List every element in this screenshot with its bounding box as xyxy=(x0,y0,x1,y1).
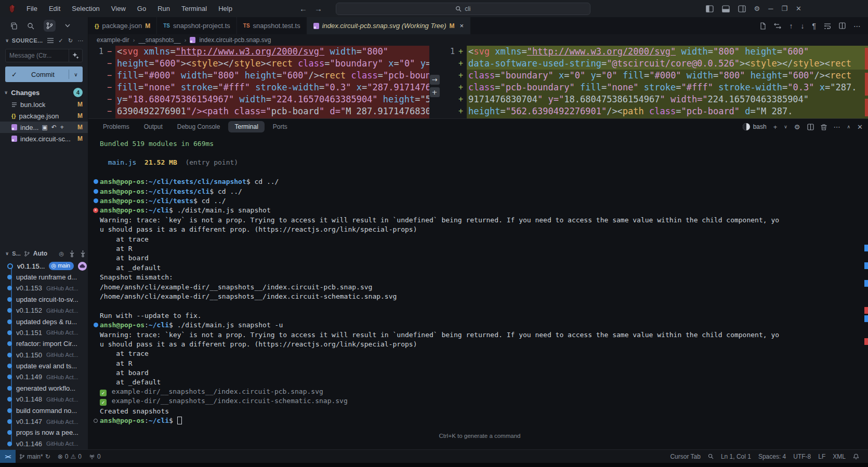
tab-index.circuit-pcb.snap.svg[interactable]: index.circuit-pcb.snap.svg (Working Tree… xyxy=(307,17,471,34)
scm-graph-header[interactable]: ∨ S... Auto ◎ xyxy=(0,247,88,260)
commit-button[interactable]: ✓ Commit ∨ xyxy=(5,66,83,82)
menu-terminal[interactable]: Terminal xyxy=(177,3,212,14)
graph-commit-row[interactable]: v0.1.147GitHub Act... xyxy=(0,416,88,427)
split-terminal-icon[interactable] xyxy=(807,124,814,130)
graph-commit-row[interactable]: update eval and ts... xyxy=(0,361,88,371)
panel-tab-problems[interactable]: Problems xyxy=(97,121,136,132)
maximize-panel-icon[interactable]: ∧ xyxy=(847,124,851,129)
diff-editor[interactable]: 1−<svg xmlns="http://www.w3.org/2000/svg… xyxy=(88,46,868,118)
close-tab-icon[interactable]: × xyxy=(460,22,464,30)
toggle-sidebar-icon[interactable] xyxy=(706,5,714,12)
problems-indicator[interactable]: ⊗ 0 ⚠ 0 xyxy=(54,450,85,463)
toggle-panel-icon[interactable] xyxy=(722,5,730,12)
menu-run[interactable]: Run xyxy=(153,3,175,14)
graph-commit-row[interactable]: v0.1.153GitHub Act... xyxy=(0,283,88,293)
graph-commit-row[interactable]: v0.1.151GitHub Act... xyxy=(0,327,88,338)
nav-back-icon[interactable]: ← xyxy=(299,4,307,13)
generate-commit-message-button[interactable] xyxy=(69,49,82,62)
changed-file-package-json[interactable]: {}package.jsonM xyxy=(0,110,88,122)
window-close-icon[interactable]: ✕ xyxy=(796,5,801,12)
terminal-dropdown-icon[interactable]: ∨ xyxy=(784,124,787,129)
discard-icon[interactable]: ↶ xyxy=(51,124,57,131)
panel-tab-output[interactable]: Output xyxy=(138,121,169,132)
panel-tab-debug-console[interactable]: Debug Console xyxy=(171,121,227,132)
panel-tab-ports[interactable]: Ports xyxy=(267,121,294,132)
tab-snapshot.test.ts[interactable]: TSsnapshot.test.ts xyxy=(237,17,307,34)
notifications-bell-icon[interactable] xyxy=(849,453,863,460)
search-sidebar-icon[interactable] xyxy=(27,22,34,30)
breadcrumb[interactable]: example-dir›__snapshots__›index.circuit-… xyxy=(88,34,868,46)
breadcrumb-segment[interactable]: index.circuit-pcb.snap.svg xyxy=(199,36,271,44)
terminal-settings-gear-icon[interactable]: ⚙ xyxy=(794,123,800,131)
encoding-indicator[interactable]: UTF-8 xyxy=(790,453,814,460)
pull-icon[interactable] xyxy=(80,250,86,257)
new-terminal-icon[interactable]: + xyxy=(773,123,778,131)
command-center-search[interactable]: cli xyxy=(336,3,590,15)
tab-snapshot-project.ts[interactable]: TSsnapshot-project.ts xyxy=(157,17,237,34)
more-actions-icon[interactable]: ⋯ xyxy=(78,37,84,44)
graph-commit-row[interactable]: v0.1.146GitHub Act... xyxy=(0,438,88,449)
graph-commit-row[interactable]: props is now a pee... xyxy=(0,427,88,438)
branch-badge-main[interactable]: ◎ main xyxy=(49,262,74,270)
changed-file-index-circuit-sc---[interactable]: index.circuit-sc...M xyxy=(0,133,88,144)
graph-commit-row[interactable]: v0.1.15...◎ main xyxy=(0,260,88,271)
diff-original-pane[interactable]: 1−<svg xmlns="http://www.w3.org/2000/svg… xyxy=(88,46,429,118)
graph-commit-row[interactable]: build command no... xyxy=(0,405,88,416)
breadcrumb-segment[interactable]: example-dir xyxy=(97,36,129,44)
nav-forward-icon[interactable]: → xyxy=(314,4,322,13)
source-control-icon[interactable] xyxy=(44,20,56,32)
graph-commit-row[interactable]: refactor: import Cir... xyxy=(0,338,88,349)
graph-commit-row[interactable]: generated workflo... xyxy=(0,383,88,394)
window-minimize-icon[interactable]: ─ xyxy=(768,5,773,12)
zoom-indicator[interactable] xyxy=(704,453,717,459)
target-icon[interactable]: ◎ xyxy=(59,250,64,257)
close-panel-icon[interactable]: ✕ xyxy=(857,123,863,131)
whitespace-icon[interactable]: ¶ xyxy=(812,22,816,30)
refresh-icon[interactable]: ↻ xyxy=(68,37,73,44)
commit-dropdown-icon[interactable]: ∨ xyxy=(69,72,83,77)
chevron-down-icon[interactable] xyxy=(65,24,70,28)
ports-indicator[interactable]: 0 xyxy=(85,450,104,463)
graph-commit-row[interactable]: v0.1.148GitHub Act... xyxy=(0,394,88,405)
eol-indicator[interactable]: LF xyxy=(814,453,829,460)
graph-commit-row[interactable]: updated deps & ru... xyxy=(0,316,88,327)
terminal-output[interactable]: Bundled 519 modules in 669ms main.js 21.… xyxy=(88,135,868,449)
commit-message-input[interactable]: Message (Ctr... xyxy=(5,49,83,62)
cursor-tab-indicator[interactable]: Cursor Tab xyxy=(666,453,704,460)
kill-terminal-trash-icon[interactable] xyxy=(821,124,827,130)
graph-commit-row[interactable]: v0.1.152GitHub Act... xyxy=(0,305,88,316)
scm-section-header[interactable]: ∨ SOURCE... ✓ ↻ ⋯ xyxy=(0,34,88,47)
copy-icon[interactable] xyxy=(10,22,18,30)
commit-check-icon[interactable]: ✓ xyxy=(58,37,63,44)
menu-go[interactable]: Go xyxy=(133,3,151,14)
menu-view[interactable]: View xyxy=(107,3,130,14)
menu-file[interactable]: File xyxy=(22,3,42,14)
graph-commit-row[interactable]: update circuit-to-sv... xyxy=(0,294,88,305)
changes-header[interactable]: ∨ Changes 4 xyxy=(0,86,88,99)
stage-icon[interactable]: + xyxy=(60,124,64,131)
tab-package.json[interactable]: {}package.jsonM xyxy=(88,17,157,34)
changed-file-bun-lock[interactable]: bun.lockM xyxy=(0,99,88,110)
terminal-shell-tab[interactable]: bash xyxy=(743,123,767,130)
changed-file-inde---[interactable]: inde...▣↶+M xyxy=(0,122,88,133)
fetch-icon[interactable] xyxy=(69,250,75,257)
revert-block-button[interactable]: → xyxy=(430,75,440,85)
view-as-list-icon[interactable] xyxy=(47,37,54,44)
menu-selection[interactable]: Selection xyxy=(67,3,104,14)
indentation-indicator[interactable]: Spaces: 4 xyxy=(755,453,790,460)
graph-commit-row[interactable]: v0.1.150GitHub Act... xyxy=(0,349,88,360)
settings-gear-icon[interactable]: ⚙ xyxy=(754,5,760,12)
toggle-secondary-sidebar-icon[interactable] xyxy=(738,5,746,12)
diff-modified-pane[interactable]: 1+<svg xmlns="http://www.w3.org/2000/svg… xyxy=(440,46,868,118)
word-wrap-icon[interactable] xyxy=(824,23,831,29)
open-changes-icon[interactable] xyxy=(759,22,766,30)
panel-more-actions-icon[interactable]: ⋯ xyxy=(834,123,840,131)
language-indicator[interactable]: XML xyxy=(829,453,849,460)
menu-help[interactable]: Help xyxy=(214,3,237,14)
split-editor-icon[interactable] xyxy=(839,22,846,29)
menu-edit[interactable]: Edit xyxy=(44,3,65,14)
swap-sides-icon[interactable] xyxy=(774,23,781,29)
more-actions-icon[interactable]: ⋯ xyxy=(853,22,861,30)
previous-change-icon[interactable]: ↑ xyxy=(789,22,793,30)
breadcrumb-segment[interactable]: __snapshots__ xyxy=(138,36,180,44)
